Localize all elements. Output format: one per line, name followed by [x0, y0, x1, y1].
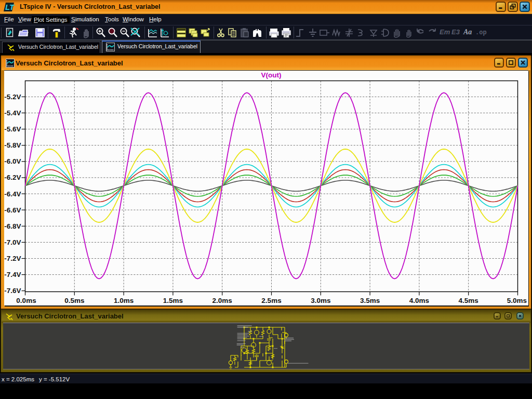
- svg-text:-6.0V: -6.0V: [4, 157, 21, 165]
- svg-text:-5.6V: -5.6V: [4, 125, 21, 133]
- svg-text:-6.4V: -6.4V: [4, 190, 21, 198]
- svg-text:1.5ms: 1.5ms: [163, 297, 183, 304]
- svg-text:-6.2V: -6.2V: [4, 174, 21, 181]
- svg-text:4.5ms: 4.5ms: [459, 297, 478, 304]
- svg-text:-6.6V: -6.6V: [4, 206, 21, 214]
- svg-text:-7.4V: -7.4V: [4, 271, 21, 278]
- svg-text:LT: LT: [5, 3, 15, 11]
- svg-text:-5.8V: -5.8V: [4, 141, 21, 149]
- svg-text:0.5ms: 0.5ms: [64, 297, 84, 304]
- svg-text:-7.6V: -7.6V: [4, 287, 21, 295]
- svg-text:3.5ms: 3.5ms: [360, 297, 380, 304]
- svg-text:4.0ms: 4.0ms: [409, 297, 429, 304]
- svg-text:3.0ms: 3.0ms: [311, 297, 330, 304]
- svg-text:1.0ms: 1.0ms: [114, 297, 134, 304]
- svg-text:-6.8V: -6.8V: [4, 222, 21, 230]
- svg-text:5.0ms: 5.0ms: [507, 297, 527, 304]
- svg-text:-7.0V: -7.0V: [4, 238, 21, 246]
- svg-text:0.0ms: 0.0ms: [16, 297, 36, 304]
- svg-text:V(out): V(out): [261, 71, 282, 79]
- svg-text:-5.2V: -5.2V: [4, 93, 21, 101]
- svg-text:-7.2V: -7.2V: [4, 255, 21, 262]
- svg-text:2.5ms: 2.5ms: [261, 297, 281, 304]
- svg-text:-5.4V: -5.4V: [4, 109, 21, 117]
- svg-text:2.0ms: 2.0ms: [212, 297, 232, 304]
